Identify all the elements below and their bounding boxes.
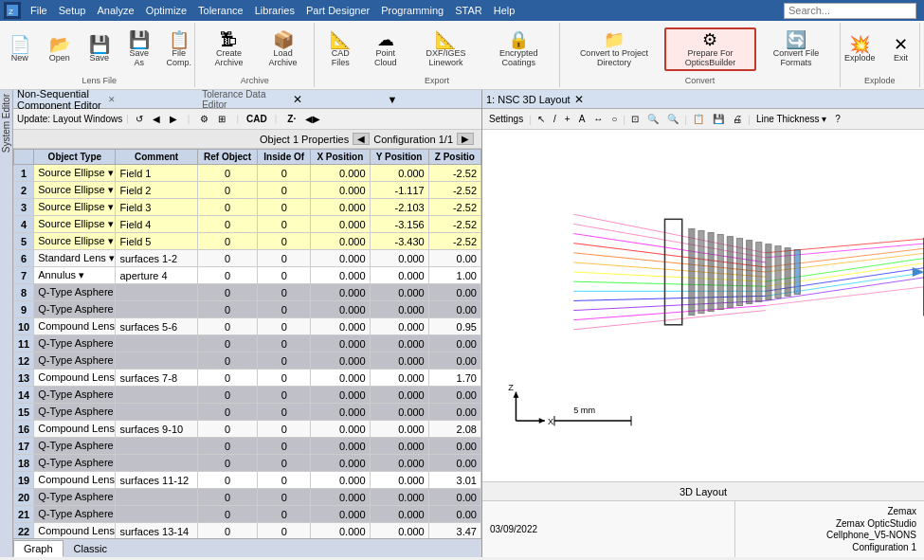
layout-zoom-fit-btn[interactable]: ⊡ <box>628 113 642 125</box>
row-number[interactable]: 22 <box>14 523 34 539</box>
table-cell[interactable]: 0.000 <box>370 523 428 539</box>
object-type-cell[interactable]: Source Ellipse ▾ <box>34 182 116 199</box>
table-cell[interactable]: -2.103 <box>370 199 428 216</box>
table-cell[interactable]: 0.000 <box>370 404 428 421</box>
table-cell[interactable]: 0.00 <box>428 506 480 523</box>
table-cell[interactable]: 0.000 <box>311 335 370 352</box>
table-cell[interactable]: 0.000 <box>311 301 370 318</box>
table-cell[interactable]: 0 <box>197 182 258 199</box>
table-cell[interactable]: 0.00 <box>428 301 480 318</box>
table-cell[interactable]: 0 <box>258 318 311 335</box>
table-cell[interactable]: 0 <box>197 284 258 301</box>
table-cell[interactable]: 0.000 <box>370 421 428 438</box>
table-cell[interactable]: -2.52 <box>428 233 480 250</box>
table-cell[interactable]: 0.000 <box>311 216 370 233</box>
object-type-cell[interactable]: Compound Lens ▾ <box>34 370 116 387</box>
menu-setup[interactable]: Setup <box>53 3 92 18</box>
config-next-btn[interactable]: ▶ <box>457 133 474 145</box>
menu-star[interactable]: STAR <box>449 3 488 18</box>
row-number[interactable]: 2 <box>14 182 34 199</box>
table-cell[interactable]: 0.00 <box>428 455 480 472</box>
table-cell[interactable]: 0 <box>258 472 311 489</box>
table-cell[interactable]: 0 <box>197 233 258 250</box>
row-number[interactable]: 14 <box>14 387 34 404</box>
table-cell[interactable]: 0 <box>258 301 311 318</box>
row-number[interactable]: 18 <box>14 455 34 472</box>
row-number[interactable]: 17 <box>14 438 34 455</box>
tab-classic[interactable]: Classic <box>63 540 118 557</box>
object-type-cell[interactable]: Standard Lens ▾ <box>34 250 116 267</box>
row-number[interactable]: 21 <box>14 506 34 523</box>
table-cell[interactable]: 0 <box>197 506 258 523</box>
table-cell[interactable] <box>116 301 197 318</box>
table-cell[interactable]: 0 <box>258 352 311 370</box>
table-cell[interactable]: 0.000 <box>311 421 370 438</box>
table-cell[interactable]: 0.000 <box>311 318 370 335</box>
table-cell[interactable]: 3.47 <box>428 523 480 539</box>
layout-line-btn[interactable]: / <box>551 113 559 125</box>
table-cell[interactable]: surfaces 9-10 <box>116 421 197 438</box>
table-cell[interactable]: 0 <box>197 472 258 489</box>
table-cell[interactable]: surfaces 5-6 <box>116 318 197 335</box>
table-cell[interactable]: Field 3 <box>116 199 197 216</box>
table-cell[interactable]: 0.000 <box>370 335 428 352</box>
table-cell[interactable] <box>116 352 197 370</box>
table-row[interactable]: 11Q-Type Asphere Su ▾000.0000.0000.00 <box>14 335 481 352</box>
row-number[interactable]: 13 <box>14 370 34 387</box>
menu-tolerance[interactable]: Tolerance <box>192 3 249 18</box>
table-cell[interactable]: 0 <box>197 250 258 267</box>
row-number[interactable]: 20 <box>14 489 34 506</box>
convert-to-project-button[interactable]: 📁 Convert to Project Directory <box>566 28 661 70</box>
object-type-cell[interactable]: Annulus ▾ <box>34 267 116 284</box>
table-row[interactable]: 15Q-Type Asphere Su ▾000.0000.0000.00 <box>14 404 481 421</box>
object-type-cell[interactable]: Q-Type Asphere Su ▾ <box>34 301 116 318</box>
layout-settings-btn[interactable]: Settings <box>486 113 526 125</box>
layout-arrow-btn[interactable]: ↔ <box>590 113 606 125</box>
table-cell[interactable]: 0.00 <box>428 387 480 404</box>
load-archive-button[interactable]: 📦 Load Archive <box>258 28 307 70</box>
object-type-cell[interactable]: Q-Type Asphere Su ▾ <box>34 438 116 455</box>
layout-zoom-out-btn[interactable]: 🔍 <box>664 113 681 125</box>
table-row[interactable]: 16Compound Lens ▾surfaces 9-10000.0000.0… <box>14 421 481 438</box>
table-cell[interactable]: 0 <box>258 233 311 250</box>
table-row[interactable]: 19Compound Lens ▾surfaces 11-12000.0000.… <box>14 472 481 489</box>
object-type-cell[interactable]: Compound Lens ▾ <box>34 421 116 438</box>
table-cell[interactable]: 0 <box>197 318 258 335</box>
layout-text-btn[interactable]: A <box>576 113 589 125</box>
table-row[interactable]: 5Source Ellipse ▾Field 5000.000-3.430-2.… <box>14 233 481 250</box>
table-cell[interactable]: 0.000 <box>370 455 428 472</box>
table-row[interactable]: 13Compound Lens ▾surfaces 7-8000.0000.00… <box>14 370 481 387</box>
object-type-cell[interactable]: Source Ellipse ▾ <box>34 233 116 250</box>
table-cell[interactable]: 0.000 <box>311 404 370 421</box>
table-cell[interactable]: -1.117 <box>370 182 428 199</box>
table-row[interactable]: 4Source Ellipse ▾Field 4000.000-3.156-2.… <box>14 216 481 233</box>
system-editor-tab[interactable]: System Editor <box>0 90 13 557</box>
table-cell[interactable]: -3.430 <box>370 233 428 250</box>
row-number[interactable]: 9 <box>14 301 34 318</box>
table-cell[interactable]: 0.000 <box>311 165 370 182</box>
table-cell[interactable]: 0.000 <box>311 506 370 523</box>
table-cell[interactable]: 0 <box>197 455 258 472</box>
table-cell[interactable]: 3.01 <box>428 472 480 489</box>
row-number[interactable]: 11 <box>14 335 34 352</box>
table-cell[interactable]: 0.000 <box>370 489 428 506</box>
table-cell[interactable]: 0.00 <box>428 352 480 370</box>
exit-button[interactable]: ✕ Exit <box>882 33 920 65</box>
object-type-cell[interactable]: Compound Lens ▾ <box>34 523 116 539</box>
object-type-cell[interactable]: Q-Type Asphere Su ▾ <box>34 489 116 506</box>
table-cell[interactable]: 0 <box>197 523 258 539</box>
table-cell[interactable]: 0 <box>258 421 311 438</box>
table-cell[interactable]: 0 <box>258 455 311 472</box>
table-cell[interactable]: 0.00 <box>428 250 480 267</box>
table-cell[interactable]: 0 <box>258 216 311 233</box>
table-cell[interactable]: 0.000 <box>370 284 428 301</box>
table-row[interactable]: 6Standard Lens ▾surfaces 1-2000.0000.000… <box>14 250 481 267</box>
row-number[interactable]: 5 <box>14 233 34 250</box>
row-number[interactable]: 7 <box>14 267 34 284</box>
layout-help-btn[interactable]: ? <box>832 113 843 125</box>
table-cell[interactable]: 0 <box>258 370 311 387</box>
table-cell[interactable]: 0.000 <box>311 387 370 404</box>
table-cell[interactable]: 0 <box>258 387 311 404</box>
table-cell[interactable]: surfaces 7-8 <box>116 370 197 387</box>
menu-libraries[interactable]: Libraries <box>249 3 300 18</box>
